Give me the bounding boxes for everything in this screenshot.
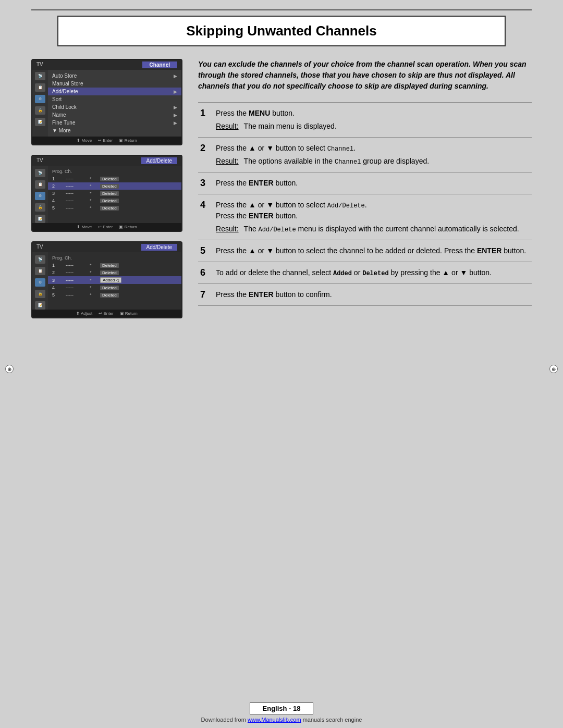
adddel-colheader-2: Prog. Ch. [48, 168, 181, 175]
step-content-4: Press the ▲ or ▼ button to select Add/De… [214, 194, 532, 240]
registration-mark-right: ⊕ [549, 365, 558, 373]
adddel-content-3: Prog. Ch. 1-----* Deleted 2-----* Delete… [48, 252, 181, 310]
steps-table: 1 Press the MENU button. Result: The mai… [198, 102, 532, 306]
tv-screen2-header: TV Add/Delete [32, 156, 181, 166]
step-num-3: 3 [198, 172, 214, 194]
icon-s2-4: 🔒 [35, 203, 45, 212]
adddel-icon-col-2: 📡 📋 ⚙ 🔒 📝 [32, 166, 48, 223]
adddel-row-2-1: 1-----* Deleted [48, 175, 181, 182]
icon-1: 📡 [35, 72, 45, 80]
tv-label-1: TV [36, 61, 43, 68]
tv-screen-3: TV Add/Delete 📡 📋 ⚙ 🔒 📝 Prog. Ch. [31, 241, 182, 318]
menu-item-name: Name▶ [48, 111, 181, 119]
page-footer: English - 18 Downloaded from www.Manuals… [0, 692, 563, 728]
main-content: TV Channel 📡 📋 ⚙ 🔒 📝 Auto Store▶ [31, 59, 532, 318]
page: ⊕ ⊕ Skipping Unwanted Channels TV Channe… [0, 0, 563, 728]
icon-s3-3: ⚙ [35, 278, 45, 287]
step-content-6: To add or delete the channel, select Add… [214, 262, 532, 284]
tv-label-3: TV [36, 244, 43, 251]
footer-prefix: Downloaded from [201, 717, 248, 723]
adddel-row-3-5: 5-----* Deleted [48, 291, 181, 299]
step-row-7: 7 Press the ENTER button to confirm. [198, 284, 532, 306]
step1-result-row: Result: The main menu is displayed. [216, 121, 530, 132]
step-content-7: Press the ENTER button to confirm. [214, 284, 532, 306]
page-number-box: English - 18 [250, 702, 314, 714]
step-row-1: 1 Press the MENU button. Result: The mai… [198, 103, 532, 138]
step5-text: Press the ▲ or ▼ button to select the ch… [216, 246, 526, 255]
adddel-row-3-2: 2-----* Deleted [48, 269, 181, 276]
manualslib-link[interactable]: www.Manualslib.com [248, 717, 301, 723]
step-num-2: 2 [198, 138, 214, 172]
tv-screen2-title: Add/Delete [141, 157, 177, 164]
tv-screen1-body: 📡 📋 ⚙ 🔒 📝 Auto Store▶ Manual Store [32, 70, 181, 137]
adddel-row-2-3: 3-----* Deleted [48, 190, 181, 197]
step4-result-row: Result: The Add/Delete menu is displayed… [216, 224, 530, 235]
step4-text: Press the ▲ or ▼ button to select Add/De… [216, 201, 367, 220]
tv-screen2-footer: ⬆ Move ↩ Enter ▣ Return [32, 223, 181, 231]
right-column: You can exclude the channels of your cho… [198, 59, 532, 318]
step1-text: Press the MENU button. [216, 109, 295, 117]
step-content-2: Press the ▲ or ▼ button to select Channe… [214, 138, 532, 172]
adddel-content-2: Prog. Ch. 1-----* Deleted 2-----* Delete… [48, 166, 181, 223]
icon-s3-2: 📋 [35, 267, 45, 275]
adddel-row-3-4: 4-----* Deleted [48, 284, 181, 291]
menu-item-autostore: Auto Store▶ [48, 72, 181, 80]
icon-s2-2: 📋 [35, 180, 45, 189]
intro-text: You can exclude the channels of your cho… [198, 59, 532, 92]
icon-4: 🔒 [35, 106, 45, 115]
footer-suffix: manuals search engine [301, 717, 362, 723]
adddel-row-2-5: 5-----* Deleted [48, 204, 181, 212]
step-num-1: 1 [198, 103, 214, 138]
registration-mark-left: ⊕ [5, 365, 14, 373]
menu-item-sort: Sort [48, 95, 181, 103]
step4-result-label: Result: [216, 224, 239, 235]
tv-screen2-body: 📡 📋 ⚙ 🔒 📝 Prog. Ch. 1-----* Deleted [32, 166, 181, 223]
step-num-6: 6 [198, 262, 214, 284]
adddel-row-3-3: 3-----* Added ◁ [48, 276, 181, 284]
step1-result-text: The main menu is displayed. [244, 121, 337, 132]
step2-result-label: Result: [216, 156, 239, 167]
icon-3-active: ⚙ [35, 95, 45, 103]
step-row-4: 4 Press the ▲ or ▼ button to select Add/… [198, 194, 532, 240]
icon-column-1: 📡 📋 ⚙ 🔒 📝 [32, 70, 48, 137]
menu-items-1: Auto Store▶ Manual Store Add/Delete▶ Sor… [48, 70, 181, 137]
adddel-row-2-4: 4-----* Deleted [48, 197, 181, 204]
step-row-5: 5 Press the ▲ or ▼ button to select the … [198, 240, 532, 262]
tv-screen3-body: 📡 📋 ⚙ 🔒 📝 Prog. Ch. 1-----* Deleted [32, 252, 181, 310]
step-num-5: 5 [198, 240, 214, 262]
tv-screen3-header: TV Add/Delete [32, 242, 181, 252]
step-content-3: Press the ENTER button. [214, 172, 532, 194]
tv-screen3-title: Add/Delete [141, 244, 177, 251]
left-column: TV Channel 📡 📋 ⚙ 🔒 📝 Auto Store▶ [31, 59, 182, 318]
step4-result-text: The Add/Delete menu is displayed with th… [244, 224, 519, 235]
step-content-5: Press the ▲ or ▼ button to select the ch… [214, 240, 532, 262]
tv-label-2: TV [36, 157, 43, 164]
step1-result-label: Result: [216, 121, 239, 132]
icon-2: 📋 [35, 83, 45, 92]
adddel-row-2-2: 2-----* Deleted [48, 182, 181, 190]
step2-result-text: The options available in the Channel gro… [244, 156, 430, 167]
step-num-4: 4 [198, 194, 214, 240]
icon-5: 📝 [35, 118, 45, 126]
menu-item-adddelete: Add/Delete▶ [48, 88, 181, 95]
menu-item-childlock: Child Lock▶ [48, 103, 181, 111]
step-row-2: 2 Press the ▲ or ▼ button to select Chan… [198, 138, 532, 172]
tv-screen-1: TV Channel 📡 📋 ⚙ 🔒 📝 Auto Store▶ [31, 59, 182, 145]
icon-s3-5: 📝 [35, 301, 45, 310]
icon-s2-1: 📡 [35, 169, 45, 177]
icon-s2-3: ⚙ [35, 192, 45, 200]
menu-item-more: ▼ More [48, 127, 181, 134]
step2-text: Press the ▲ or ▼ button to select Channe… [216, 144, 356, 152]
page-title: Skipping Unwanted Channels [71, 23, 492, 39]
icon-s3-1: 📡 [35, 255, 45, 264]
tv-screen1-header: TV Channel [32, 60, 181, 70]
icon-s2-5: 📝 [35, 215, 45, 223]
icon-s3-4: 🔒 [35, 290, 45, 298]
step7-text: Press the ENTER button to confirm. [216, 290, 332, 299]
menu-item-manualstore: Manual Store [48, 80, 181, 88]
adddel-row-3-1: 1-----* Deleted [48, 262, 181, 269]
adddel-colheader-3: Prog. Ch. [48, 254, 181, 262]
tv-screen3-footer: ⬆ Adjust ↩ Enter ▣ Return [32, 310, 181, 317]
tv-screen-2: TV Add/Delete 📡 📋 ⚙ 🔒 📝 Prog. Ch. [31, 155, 182, 232]
tv-screen1-title: Channel [142, 61, 177, 68]
